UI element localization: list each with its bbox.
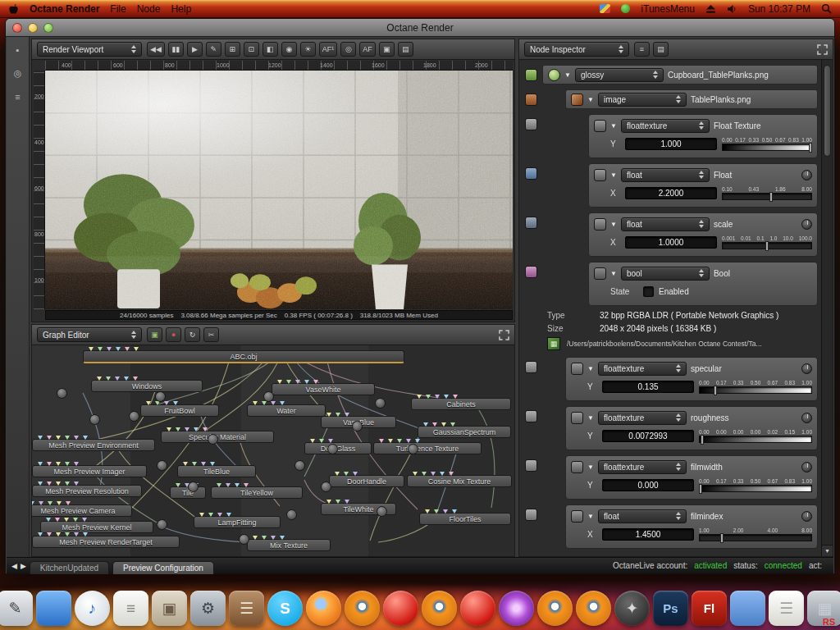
app-menu-title[interactable]: Octane Render bbox=[30, 3, 99, 15]
slider-thumb[interactable] bbox=[809, 143, 812, 153]
dock-system-preferences-icon[interactable]: ⚙ bbox=[190, 591, 226, 626]
material-orb[interactable] bbox=[129, 411, 139, 422]
slider-thumb[interactable] bbox=[765, 241, 769, 251]
node-fruitbowl[interactable]: FruitBowl bbox=[140, 404, 219, 417]
new-node-icon[interactable]: ▣ bbox=[147, 327, 162, 342]
tab-kitchenupdated[interactable]: KitchenUpdated bbox=[30, 561, 109, 574]
expand-icon[interactable] bbox=[817, 44, 828, 55]
slider-track[interactable] bbox=[722, 144, 812, 151]
stepper-icon[interactable] bbox=[676, 463, 681, 471]
scroll-down-button[interactable]: ▼ bbox=[822, 545, 833, 556]
texture-thumbnail-icon[interactable]: ▦ bbox=[547, 337, 560, 350]
collapse-icon[interactable]: ▼ bbox=[564, 71, 571, 79]
node-vasewhite[interactable]: VaseWhite bbox=[272, 383, 375, 395]
dock-preview-icon[interactable]: ▣ bbox=[152, 591, 187, 626]
collapse-icon[interactable]: ▼ bbox=[587, 463, 594, 471]
collapse-icon[interactable]: ▼ bbox=[610, 171, 617, 179]
region-icon[interactable]: ⊞ bbox=[225, 42, 240, 57]
pin-icon[interactable] bbox=[525, 266, 537, 278]
slider-thumb[interactable] bbox=[699, 484, 702, 494]
value-field[interactable]: 1.4500 bbox=[602, 528, 694, 541]
value-field[interactable]: 1.0000 bbox=[625, 236, 717, 249]
material-orb[interactable] bbox=[377, 506, 387, 517]
float-dropdown[interactable]: float bbox=[621, 168, 710, 182]
stepper-icon[interactable] bbox=[131, 331, 136, 339]
dock-notes-icon[interactable]: ☰ bbox=[769, 591, 804, 626]
enabled-checkbox[interactable] bbox=[643, 286, 654, 297]
slider-track[interactable] bbox=[699, 534, 812, 541]
dial-icon[interactable] bbox=[801, 219, 812, 230]
stepper-icon[interactable] bbox=[676, 95, 681, 103]
floattexture-dropdown[interactable]: floattexture bbox=[598, 362, 687, 376]
node-mesh-preview-imager[interactable]: Mesh Preview Imager bbox=[32, 465, 147, 477]
stepper-icon[interactable] bbox=[699, 220, 704, 228]
material-orb[interactable] bbox=[321, 482, 331, 492]
value-field[interactable]: 1.000 bbox=[625, 138, 717, 150]
dock-quicksilver-icon[interactable]: ✦ bbox=[614, 591, 650, 626]
stepper-icon[interactable] bbox=[131, 45, 136, 53]
tab-preview-configuration[interactable]: Preview Configuration bbox=[112, 561, 214, 574]
inspector-selector-dropdown[interactable]: Node Inspector bbox=[524, 42, 629, 57]
material-orb[interactable] bbox=[352, 421, 363, 431]
play-icon[interactable]: ▶ bbox=[187, 42, 203, 57]
node-mesh-preview-rendertarget[interactable]: Mesh Preview RenderTarget bbox=[32, 536, 180, 548]
dock-blender-4-icon[interactable] bbox=[576, 591, 611, 626]
node-mix-texture[interactable]: Mix Texture bbox=[247, 539, 331, 551]
refresh-icon[interactable]: ↻ bbox=[185, 327, 200, 342]
dock-plasma-ball-icon[interactable] bbox=[499, 591, 534, 626]
dock-ichat-icon[interactable] bbox=[36, 591, 71, 626]
menu-node[interactable]: Node bbox=[137, 3, 161, 15]
material-orb[interactable] bbox=[57, 388, 67, 399]
cut-icon[interactable]: ✂ bbox=[203, 327, 219, 342]
close-button[interactable] bbox=[12, 23, 22, 33]
camera-icon[interactable]: ▤ bbox=[398, 42, 413, 57]
tab-scroll-left-icon[interactable]: ◀ bbox=[11, 562, 17, 570]
value-field[interactable]: 2.2000 bbox=[625, 187, 717, 199]
list-icon[interactable]: ≡ bbox=[15, 92, 20, 102]
dial-icon[interactable] bbox=[801, 462, 812, 472]
material-orb[interactable] bbox=[286, 509, 297, 520]
slider-track[interactable] bbox=[699, 436, 812, 443]
node-tileblue[interactable]: TileBlue bbox=[177, 465, 256, 477]
collapse-icon[interactable]: ▼ bbox=[610, 270, 617, 277]
layers-icon[interactable]: ◧ bbox=[262, 42, 278, 57]
pin-icon[interactable]: ▪ bbox=[16, 45, 20, 55]
lock-icon[interactable]: ▣ bbox=[379, 42, 395, 57]
pause-icon[interactable]: ▮▮ bbox=[168, 42, 184, 57]
graph-selector-dropdown[interactable]: Graph Editor bbox=[37, 327, 142, 342]
material-orb[interactable] bbox=[208, 434, 218, 445]
menu-file[interactable]: File bbox=[110, 3, 126, 15]
restart-icon[interactable]: ◀◀ bbox=[147, 42, 165, 57]
pin-icon[interactable] bbox=[525, 459, 537, 472]
node-doorhandle[interactable]: DoorHandle bbox=[329, 475, 404, 487]
dock-blender-2-icon[interactable] bbox=[422, 591, 457, 626]
collapse-icon[interactable]: ▼ bbox=[587, 96, 594, 103]
ichat-status-menu-icon[interactable] bbox=[621, 4, 630, 13]
floattexture-dropdown[interactable]: floattexture bbox=[621, 119, 710, 133]
stepper-icon[interactable] bbox=[676, 364, 681, 372]
node-floortiles[interactable]: FloorTiles bbox=[419, 513, 511, 525]
node-cosine-mix-texture[interactable]: Cosine Mix Texture bbox=[407, 475, 512, 487]
pin-icon[interactable] bbox=[525, 217, 537, 229]
dial-icon[interactable] bbox=[801, 170, 812, 180]
window-title-bar[interactable]: Octane Render bbox=[6, 19, 834, 37]
stepper-icon[interactable] bbox=[676, 413, 681, 422]
menu-clock[interactable]: Sun 10:37 PM bbox=[748, 3, 810, 15]
stepper-icon[interactable] bbox=[676, 512, 681, 520]
apple-icon[interactable] bbox=[8, 3, 19, 15]
dock-skype-icon[interactable]: S bbox=[267, 591, 303, 626]
node-mesh-preview-resolution[interactable]: Mesh Preview Resolution bbox=[32, 485, 142, 497]
zoom-button[interactable] bbox=[43, 23, 53, 33]
node-gaussianspectrum[interactable]: GaussianSpectrum bbox=[418, 426, 511, 438]
material-orb[interactable] bbox=[157, 519, 167, 530]
material-picker-icon[interactable]: ◉ bbox=[281, 42, 297, 57]
stepper-icon[interactable] bbox=[619, 45, 623, 53]
expand-icon[interactable] bbox=[499, 330, 509, 340]
spotlight-icon[interactable] bbox=[821, 3, 832, 14]
collapse-icon[interactable]: ▼ bbox=[587, 414, 594, 422]
collapse-icon[interactable]: ▼ bbox=[610, 221, 617, 228]
node-graph-canvas[interactable]: ABC.objWindowsVaseWhiteCabinetsFruitBowl… bbox=[32, 345, 514, 556]
camera-icon[interactable]: ◎ bbox=[14, 68, 22, 79]
stepper-icon[interactable] bbox=[653, 71, 658, 79]
pin-icon[interactable] bbox=[525, 167, 537, 180]
